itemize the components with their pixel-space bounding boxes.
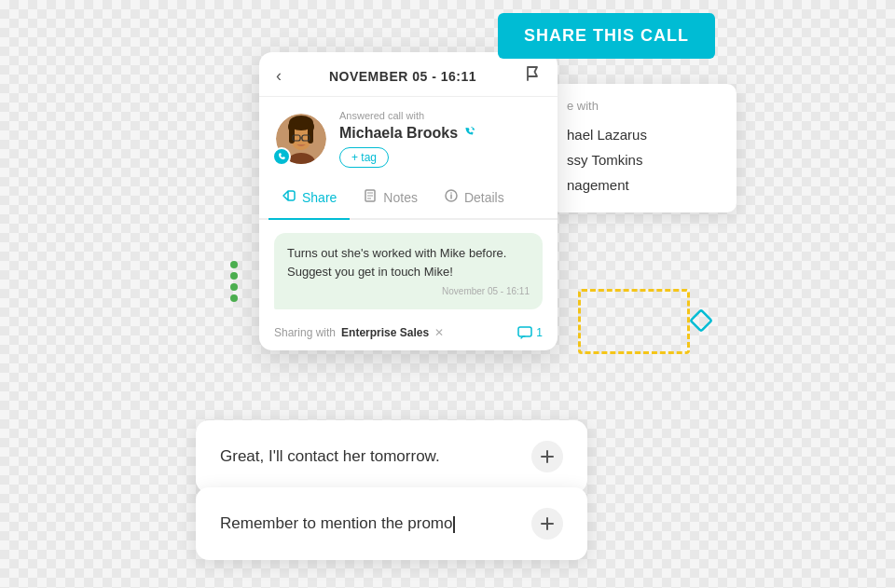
tag-button[interactable]: + tag <box>339 147 389 168</box>
back-arrow-icon[interactable]: ‹ <box>276 66 282 86</box>
sharing-group: Enterprise Sales <box>341 326 429 339</box>
tab-notes-label: Notes <box>383 190 418 205</box>
contact-info: Answered call with Michaela Brooks + tag <box>339 110 541 168</box>
comment-count[interactable]: 1 <box>517 326 543 339</box>
answered-label: Answered call with <box>339 110 541 121</box>
flag-icon[interactable] <box>524 65 541 87</box>
plus-icon-2 <box>539 515 556 532</box>
sharing-info: Sharing with Enterprise Sales ✕ <box>274 326 444 339</box>
card-header: ‹ NOVEMBER 05 - 16:11 <box>259 52 558 97</box>
phone-card: ‹ NOVEMBER 05 - 16:11 <box>259 52 558 350</box>
svg-rect-0 <box>691 310 712 332</box>
tab-share[interactable]: Share <box>268 177 350 220</box>
comment-count-value: 1 <box>536 326 543 339</box>
share-person-2: ssy Tomkins <box>567 147 720 172</box>
diamond-icon <box>688 308 714 334</box>
message-section: Turns out she's worked with Mike before.… <box>259 220 558 319</box>
call-date: NOVEMBER 05 - 16:11 <box>329 69 476 84</box>
green-dots-decoration <box>230 261 238 302</box>
note-text-1: Great, I'll contact her tomorrow. <box>220 447 440 466</box>
remove-sharing-icon[interactable]: ✕ <box>434 326 444 339</box>
contact-name: Michaela Brooks <box>339 125 458 142</box>
share-person-1: hael Lazarus <box>567 122 720 147</box>
tab-notes[interactable]: Notes <box>350 177 431 220</box>
tab-details[interactable]: Details <box>431 177 517 220</box>
share-call-label: SHARE THIS CALL <box>524 26 689 45</box>
sharing-prefix: Sharing with <box>274 326 336 339</box>
phone-ring-indicator <box>272 147 291 166</box>
add-note-2-button[interactable] <box>531 508 563 540</box>
note-card-1: Great, I'll contact her tomorrow. <box>196 420 587 493</box>
note-card-2: Remember to mention the promo <box>196 487 587 560</box>
tab-details-label: Details <box>464 190 504 205</box>
message-text: Turns out she's worked with Mike before.… <box>287 246 506 279</box>
share-call-button[interactable]: SHARE THIS CALL <box>498 13 715 59</box>
share-tab-icon <box>282 188 296 207</box>
tab-share-label: Share <box>302 190 337 205</box>
dotted-decoration <box>578 289 690 354</box>
note-text-2: Remember to mention the promo <box>220 514 455 533</box>
notes-tab-icon <box>363 188 378 207</box>
share-panel-title: e with <box>567 99 720 113</box>
contact-section: Answered call with Michaela Brooks + tag <box>259 97 558 177</box>
tag-label: + tag <box>351 151 377 164</box>
message-bubble: Turns out she's worked with Mike before.… <box>274 233 543 309</box>
avatar <box>276 114 326 164</box>
text-cursor <box>453 516 455 533</box>
contact-phone-icon <box>463 126 476 142</box>
details-tab-icon <box>444 188 459 207</box>
share-person-3: nagement <box>567 172 720 198</box>
add-note-1-button[interactable] <box>531 441 563 472</box>
svg-point-18 <box>450 192 452 194</box>
tabs-row: Share Notes Details <box>259 177 558 220</box>
svg-rect-19 <box>518 327 531 336</box>
message-time: November 05 - 16:11 <box>287 284 530 298</box>
sharing-row: Sharing with Enterprise Sales ✕ 1 <box>259 319 558 350</box>
plus-icon-1 <box>539 448 556 465</box>
contact-name-row: Michaela Brooks <box>339 125 541 142</box>
share-panel: e with hael Lazarus ssy Tomkins nagement <box>550 84 737 212</box>
